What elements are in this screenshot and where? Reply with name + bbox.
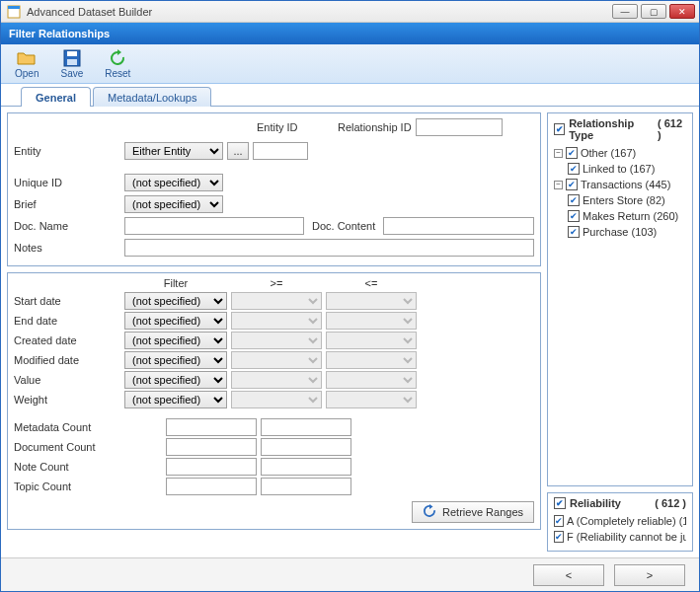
checkbox[interactable] <box>554 515 564 527</box>
brief-select[interactable]: (not specified) <box>124 195 223 213</box>
created-date-label: Created date <box>14 334 120 346</box>
unique-id-select[interactable]: (not specified) <box>124 174 223 191</box>
topic-count-ge[interactable] <box>166 478 257 495</box>
close-button[interactable]: ✕ <box>669 4 695 19</box>
collapse-icon[interactable]: − <box>554 149 563 158</box>
footer: < > <box>1 557 699 591</box>
checkbox[interactable] <box>566 179 578 190</box>
note-count-label: Note Count <box>14 461 162 473</box>
metadata-count-le[interactable] <box>261 418 351 436</box>
start-date-filter[interactable]: (not specified) <box>124 292 227 310</box>
refresh-icon <box>423 504 436 520</box>
tree-node-makes-return[interactable]: Makes Return (260) <box>568 208 686 224</box>
value-ge <box>231 371 322 389</box>
modified-date-filter[interactable]: (not specified) <box>124 351 227 369</box>
tabstrip: General Metadata/Lookups <box>1 84 699 106</box>
checkbox[interactable] <box>568 210 580 222</box>
window-title: Advanced Dataset Builder <box>27 6 612 18</box>
panel-title: Filter Relationships <box>1 23 699 44</box>
topic-count-le[interactable] <box>261 478 351 495</box>
retrieve-ranges-label: Retrieve Ranges <box>442 506 523 518</box>
app-icon <box>7 5 21 19</box>
tree-node-transactions[interactable]: − Transactions (445) <box>554 177 686 192</box>
relationship-id-input[interactable] <box>416 118 503 136</box>
next-button[interactable]: > <box>614 564 685 586</box>
note-count-ge[interactable] <box>166 458 257 476</box>
save-label: Save <box>60 68 83 79</box>
relationship-type-count: ( 612 ) <box>658 117 686 141</box>
value-le <box>326 371 417 389</box>
checkbox[interactable] <box>568 226 580 238</box>
svg-rect-3 <box>67 51 77 56</box>
tab-metadata-lookups[interactable]: Metadata/Lookups <box>93 87 212 107</box>
doc-content-input[interactable] <box>383 217 534 235</box>
reliability-item-a[interactable]: A (Completely reliable) (1) <box>554 513 686 529</box>
save-icon <box>62 48 82 68</box>
relationship-id-label: Relationship ID <box>338 121 412 133</box>
tree-label: Enters Store (82) <box>583 194 665 206</box>
created-date-le <box>326 332 417 349</box>
tree-node-enters-store[interactable]: Enters Store (82) <box>568 192 686 208</box>
weight-filter[interactable]: (not specified) <box>124 391 227 408</box>
filter-grid: Start date (not specified) End date (not… <box>14 292 534 408</box>
created-date-filter[interactable]: (not specified) <box>124 332 227 349</box>
tree-node-other[interactable]: − Other (167) <box>554 145 686 161</box>
created-date-ge <box>231 332 322 349</box>
ge-header: >= <box>231 277 322 289</box>
collapse-icon[interactable]: − <box>554 181 563 189</box>
reset-button[interactable]: Reset <box>99 46 136 81</box>
start-date-label: Start date <box>14 295 120 307</box>
weight-le <box>326 391 417 408</box>
reliability-panel: Reliability ( 612 ) A (Completely reliab… <box>547 492 693 552</box>
document-count-label: Document Count <box>14 441 162 453</box>
filter-panel: Filter >= <= Start date (not specified) … <box>7 272 541 530</box>
retrieve-ranges-button[interactable]: Retrieve Ranges <box>412 501 534 523</box>
doc-name-input[interactable] <box>124 217 304 235</box>
reliability-item-f[interactable]: F (Reliability cannot be judged) (611) <box>554 529 686 545</box>
tree-label: Purchase (103) <box>583 226 657 238</box>
open-button[interactable]: Open <box>9 46 44 81</box>
prev-button[interactable]: < <box>533 564 604 586</box>
document-count-ge[interactable] <box>166 438 257 456</box>
modified-date-ge <box>231 351 322 369</box>
checkbox[interactable] <box>554 531 564 543</box>
le-header: <= <box>326 277 417 289</box>
maximize-button[interactable]: ▢ <box>641 4 666 19</box>
value-filter[interactable]: (not specified) <box>124 371 227 389</box>
entity-id-input[interactable] <box>253 142 308 160</box>
window-controls: — ▢ ✕ <box>612 4 695 19</box>
document-count-le[interactable] <box>261 438 351 456</box>
tree-node-linked-to[interactable]: Linked to (167) <box>568 161 686 177</box>
reliability-checkbox[interactable] <box>554 497 566 509</box>
minimize-button[interactable]: — <box>612 4 638 19</box>
start-date-le <box>326 292 417 310</box>
side-pane: Relationship Type ( 612 ) − Other (167) <box>547 107 699 557</box>
end-date-ge <box>231 312 322 330</box>
checkbox[interactable] <box>566 147 578 159</box>
tree-label: Other (167) <box>581 147 636 159</box>
notes-input[interactable] <box>124 239 534 257</box>
relationship-type-checkbox[interactable] <box>554 123 565 135</box>
save-button[interactable]: Save <box>54 46 89 81</box>
note-count-le[interactable] <box>261 458 351 476</box>
main-pane: Entity ID Relationship ID Entity Either … <box>1 107 547 557</box>
entity-select[interactable]: Either Entity <box>124 142 223 160</box>
reliability-label: F (Reliability cannot be judged) (611) <box>567 531 686 543</box>
checkbox[interactable] <box>568 194 580 206</box>
relationship-type-tree: − Other (167) Linked to (167) − <box>554 145 686 240</box>
tab-general[interactable]: General <box>21 87 91 107</box>
modified-date-le <box>326 351 417 369</box>
body: Entity ID Relationship ID Entity Either … <box>1 106 699 557</box>
checkbox[interactable] <box>568 163 580 175</box>
reset-label: Reset <box>105 68 130 79</box>
topic-count-label: Topic Count <box>14 481 162 492</box>
relationship-type-title: Relationship Type <box>569 117 654 141</box>
notes-label: Notes <box>14 242 120 254</box>
svg-rect-1 <box>8 6 20 9</box>
tree-node-purchase[interactable]: Purchase (103) <box>568 224 686 240</box>
doc-name-label: Doc. Name <box>14 220 120 232</box>
entity-browse-button[interactable]: ... <box>227 142 249 160</box>
metadata-count-ge[interactable] <box>166 418 257 436</box>
end-date-filter[interactable]: (not specified) <box>124 312 227 330</box>
end-date-label: End date <box>14 315 120 327</box>
